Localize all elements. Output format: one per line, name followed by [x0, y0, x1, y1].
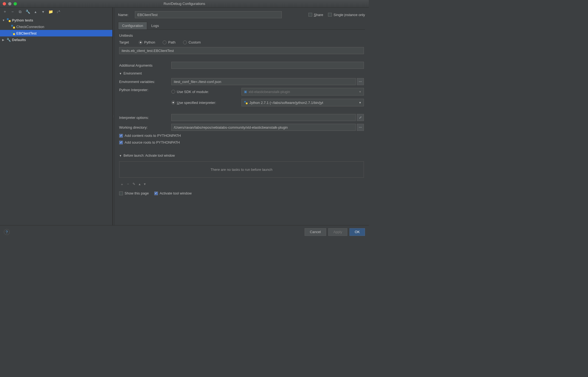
activate-tool-window-checkbox[interactable]: Activate tool window [154, 191, 192, 195]
edit-task-icon[interactable]: ✎ [132, 182, 135, 187]
tab-configuration[interactable]: Configuration [118, 22, 147, 29]
tree-item-checkconnection[interactable]: CheckConnection [0, 23, 112, 30]
minimize-window-icon[interactable] [8, 2, 11, 5]
env-vars-input[interactable] [171, 78, 356, 85]
edit-defaults-icon[interactable]: 🔧 [26, 10, 30, 14]
chevron-down-icon: ▼ [119, 154, 122, 157]
checkbox-icon [119, 191, 123, 195]
move-up-task-icon[interactable]: ▴ [139, 182, 141, 187]
name-input[interactable] [135, 11, 282, 18]
svg-rect-1 [9, 20, 11, 22]
python-file-icon [11, 31, 15, 35]
svg-rect-6 [244, 101, 246, 103]
add-content-roots-checkbox[interactable]: Add content roots to PYTHONPATH [119, 134, 364, 138]
remove-task-icon[interactable]: − [127, 182, 129, 187]
main-panel: Name: SSharehare Single instance only Co… [114, 8, 369, 225]
target-label: Target [119, 40, 135, 44]
tree-item-ebclienttest[interactable]: EBClientTest [0, 30, 112, 36]
chevron-down-icon: ▼ [119, 72, 122, 75]
svg-rect-2 [11, 25, 13, 27]
configurations-tree: ▼ Python tests CheckConnection EBClientT… [0, 16, 112, 43]
move-down-icon[interactable]: ▾ [41, 10, 45, 14]
bottom-bar: ? Cancel Apply OK [0, 225, 369, 238]
chevron-down-icon: ▼ [359, 90, 361, 93]
tree-item-label: CheckConnection [16, 25, 44, 29]
radio-icon [183, 41, 187, 44]
remove-configuration-icon[interactable]: − [10, 10, 15, 14]
python-tests-icon [7, 18, 11, 22]
share-checkbox[interactable]: SSharehare [308, 13, 323, 17]
python-icon [244, 101, 248, 104]
window-controls [3, 2, 17, 5]
python-file-icon [11, 24, 15, 29]
tabs: Configuration Logs [118, 22, 365, 30]
radio-icon [163, 41, 166, 44]
svg-rect-5 [13, 33, 15, 35]
checkbox-icon [328, 13, 332, 17]
tree-item-label: EBClientTest [16, 31, 36, 35]
target-value-input[interactable] [119, 47, 364, 54]
tree-group-python-tests[interactable]: ▼ Python tests [0, 17, 112, 23]
name-label: Name: [118, 13, 132, 17]
working-dir-browse-button[interactable]: ⋯ [357, 124, 364, 131]
working-dir-label: Working directory: [119, 125, 168, 129]
svg-rect-0 [7, 18, 9, 20]
additional-args-label: Additional Arguments [119, 63, 168, 67]
before-launch-toolbar: ＋ − ✎ ▴ ▾ [119, 180, 364, 189]
move-up-icon[interactable]: ▴ [33, 10, 38, 14]
move-down-task-icon[interactable]: ▾ [144, 182, 146, 187]
single-instance-checkbox[interactable]: Single instance only [328, 13, 365, 17]
svg-rect-7 [246, 103, 247, 104]
interpreter-options-label: Interpreter options: [119, 116, 168, 120]
tab-logs[interactable]: Logs [147, 22, 163, 29]
interpreter-options-input[interactable] [171, 114, 356, 121]
additional-args-input[interactable] [171, 62, 364, 69]
before-launch-list: There are no tasks to run before launch [119, 161, 364, 178]
expand-arrow-icon: ▶ [2, 38, 5, 41]
tree-group-label: Defaults [12, 38, 26, 42]
help-icon[interactable]: ? [4, 229, 10, 235]
sdk-module-dropdown[interactable]: ▣ xld-elasticbeanstalk-plugin ▼ [242, 88, 364, 95]
target-path-radio[interactable]: Path [163, 40, 175, 44]
add-task-icon[interactable]: ＋ [120, 182, 124, 187]
tree-group-defaults[interactable]: ▶ 🔧 Defaults [0, 36, 112, 43]
env-vars-browse-button[interactable]: ⋯ [357, 78, 364, 85]
module-icon: ▣ [244, 90, 247, 94]
working-dir-input[interactable] [171, 124, 356, 131]
titlebar: Run/Debug Configurations [0, 0, 369, 8]
env-vars-label: Environment variables: [119, 80, 168, 84]
radio-icon [139, 41, 143, 44]
defaults-icon: 🔧 [7, 38, 11, 42]
target-custom-radio[interactable]: Custom [183, 40, 201, 44]
before-launch-expander[interactable]: ▼ Before launch: Activate tool window [119, 154, 364, 157]
ok-button[interactable]: OK [349, 228, 365, 236]
add-source-roots-checkbox[interactable]: Add source roots to PYTHONPATH [119, 140, 364, 144]
sort-icon[interactable]: ↓ᴬ [56, 10, 60, 14]
svg-rect-3 [13, 27, 15, 29]
target-python-radio[interactable]: Python [139, 40, 155, 44]
interpreter-dropdown[interactable]: Jython 2.7.1 (~/labs/software/jython2.7.… [242, 99, 364, 106]
svg-rect-4 [11, 31, 13, 33]
checkbox-icon [154, 191, 158, 195]
close-window-icon[interactable] [3, 2, 6, 5]
radio-icon [171, 90, 175, 94]
folder-icon[interactable]: 📁 [48, 10, 53, 14]
apply-button[interactable]: Apply [328, 228, 348, 236]
expand-arrow-icon: ▼ [2, 19, 5, 22]
copy-configuration-icon[interactable]: ⧉ [18, 10, 22, 14]
expand-field-button[interactable]: ⤢ [357, 114, 364, 121]
checkbox-icon [308, 13, 312, 17]
python-interpreter-label: Python Interpreter: [119, 88, 168, 92]
sidebar-toolbar: ＋ − ⧉ 🔧 ▴ ▾ 📁 ↓ᴬ [0, 8, 112, 16]
checkbox-icon [119, 141, 123, 144]
use-sdk-radio[interactable]: Use SDK of module: [171, 90, 209, 94]
configurations-sidebar: ＋ − ⧉ 🔧 ▴ ▾ 📁 ↓ᴬ ▼ Python tests CheckCon… [0, 8, 113, 225]
chevron-down-icon: ▼ [359, 101, 361, 104]
add-configuration-icon[interactable]: ＋ [3, 10, 7, 14]
environment-expander[interactable]: ▼ Environment [119, 72, 364, 75]
show-this-page-checkbox[interactable]: Show this page [119, 191, 149, 195]
zoom-window-icon[interactable] [14, 2, 17, 5]
cancel-button[interactable]: Cancel [305, 228, 326, 236]
unittests-header: Unittests [119, 33, 364, 38]
use-specified-radio[interactable]: Use specified interpreter: [171, 101, 216, 105]
